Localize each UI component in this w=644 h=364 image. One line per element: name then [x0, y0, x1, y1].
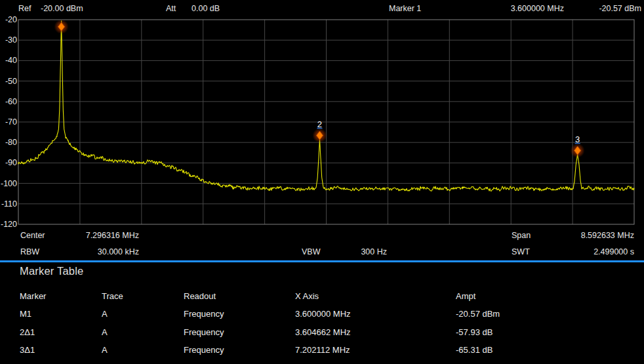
marker-table-cell-0: 3Δ1	[20, 345, 35, 355]
rbw-value: 30.000 kHz	[66, 247, 139, 257]
marker-table-cell-4: -57.93 dB	[456, 327, 493, 338]
vbw-label: VBW	[302, 247, 320, 257]
marker-label: 3	[575, 134, 580, 144]
marker-table-row: M1AFrequency3.600000 MHz-20.57 dBm	[0, 309, 644, 319]
marker-table-header-cell-4: Ampt	[456, 291, 475, 302]
marker-table-header-cell-0: Marker	[20, 291, 46, 302]
rbw-label: RBW	[20, 247, 39, 257]
marker-table-cell-4: -20.57 dBm	[456, 309, 500, 319]
swt-label: SWT	[512, 247, 530, 257]
marker-table-cell-3: 7.202112 MHz	[295, 345, 350, 355]
span-value: 8.592633 MHz	[544, 231, 634, 241]
marker-table-cell-3: 3.604662 MHz	[295, 327, 351, 338]
y-axis-tick-label: -60	[5, 97, 17, 106]
marker-table-cell-3: 3.600000 MHz	[295, 309, 351, 319]
marker-table-cell-2: Frequency	[184, 345, 224, 355]
vbw-value: 300 Hz	[328, 247, 387, 257]
span-label: Span	[512, 231, 531, 241]
spectrum-plot: -20-30-40-50-60-70-80-90-100-110-12023	[0, 0, 644, 231]
marker-table-cell-1: A	[102, 345, 108, 355]
center-label: Center	[20, 231, 45, 241]
center-value: 7.296316 MHz	[66, 231, 139, 241]
y-axis-tick-label: -90	[5, 158, 17, 167]
marker-table-cell-0: M1	[20, 309, 31, 319]
marker-table-title: Marker Table	[20, 265, 83, 277]
y-axis-tick-label: -100	[1, 179, 17, 188]
marker-label: 2	[317, 119, 322, 129]
marker-table-row: 2Δ1AFrequency3.604662 MHz-57.93 dB	[0, 327, 644, 338]
y-axis-tick-label: -40	[5, 56, 17, 65]
marker-table-header-cell-1: Trace	[102, 291, 123, 302]
marker-table-cell-0: 2Δ1	[20, 327, 35, 338]
marker-table-cell-1: A	[102, 327, 108, 338]
marker-table-cell-1: A	[102, 309, 108, 319]
y-axis-tick-label: -30	[5, 35, 17, 45]
y-axis-tick-label: -70	[5, 117, 17, 127]
spectrum-analyzer-screen: Ref -20.00 dBm Att 0.00 dB Marker 1 3.60…	[0, 0, 644, 364]
y-axis-tick-label: -80	[5, 138, 17, 147]
y-axis-tick-label: -50	[5, 77, 17, 86]
marker-table-header-row: MarkerTraceReadoutX AxisAmpt	[0, 291, 644, 302]
y-axis-tick-label: -110	[1, 199, 17, 209]
swt-value: 2.499000 s	[544, 247, 634, 257]
separator-line	[0, 260, 644, 262]
marker-table-header-cell-2: Readout	[184, 291, 216, 302]
marker-table-row: 3Δ1AFrequency7.202112 MHz-65.31 dB	[0, 345, 644, 355]
marker-table-header-cell-3: X Axis	[295, 291, 319, 302]
y-axis-tick-label: -20	[5, 15, 17, 24]
marker-table-cell-2: Frequency	[184, 309, 224, 319]
marker-table-cell-4: -65.31 dB	[456, 345, 493, 355]
y-axis-tick-label: -120	[1, 220, 17, 229]
marker-table-cell-2: Frequency	[184, 327, 224, 338]
